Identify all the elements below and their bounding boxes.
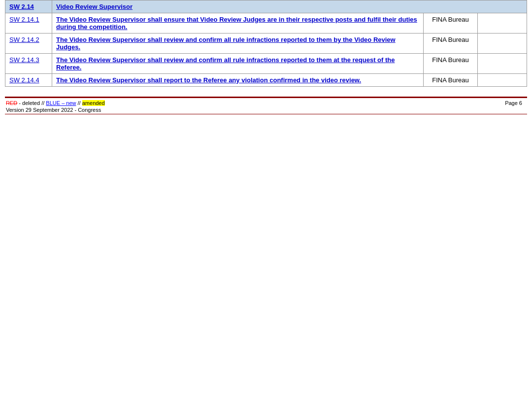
amended-label: amended xyxy=(82,100,105,106)
deleted-label: RED xyxy=(6,100,17,106)
note-cell xyxy=(478,54,527,74)
rule-num-cell[interactable]: SW 2.14.3 xyxy=(5,54,52,74)
note-cell xyxy=(478,13,527,34)
rule-num-cell[interactable]: SW 2.14 xyxy=(5,0,52,13)
rule-num-link[interactable]: SW 2.14.1 xyxy=(9,16,39,23)
rule-num-link[interactable]: SW 2.14.2 xyxy=(9,36,39,43)
rule-num-link[interactable]: SW 2.14 xyxy=(9,3,34,10)
rule-text-cell: The Video Review Supervisor shall review… xyxy=(52,34,424,54)
rule-num-cell[interactable]: SW 2.14.1 xyxy=(5,13,52,34)
footer-legend: RED - deleted // BLUE – new // amended xyxy=(6,100,105,106)
page-footer: RED - deleted // BLUE – new // amended P… xyxy=(5,97,527,114)
top-rules-table: SW 2.14 Video Review Supervisor SW 2.14.… xyxy=(5,0,527,87)
rule-num-link[interactable]: SW 2.14.4 xyxy=(9,76,39,84)
rule-text-link[interactable]: The Video Review Supervisor shall review… xyxy=(56,56,395,71)
submitted-by-cell: FINA Bureau xyxy=(424,34,478,54)
footer-version: Version 29 September 2022 - Congress xyxy=(6,107,101,113)
note-cell xyxy=(478,34,527,54)
new-label: BLUE – new xyxy=(46,100,76,106)
submitted-by-cell: FINA Bureau xyxy=(424,74,478,87)
submitted-by-cell: FINA Bureau xyxy=(424,54,478,74)
rule-header-text: Video Review Supervisor xyxy=(52,0,527,13)
rule-text-cell: The Video Review Supervisor shall report… xyxy=(52,74,424,87)
rule-header-link[interactable]: Video Review Supervisor xyxy=(56,3,133,10)
rule-text-link[interactable]: The Video Review Supervisor shall report… xyxy=(56,76,361,84)
rule-text-link[interactable]: The Video Review Supervisor shall review… xyxy=(56,36,396,51)
rule-num-cell[interactable]: SW 2.14.2 xyxy=(5,34,52,54)
submitted-by-cell: FINA Bureau xyxy=(424,13,478,34)
note-cell xyxy=(478,74,527,87)
rule-text-link[interactable]: The Video Review Supervisor shall ensure… xyxy=(56,16,417,31)
rule-num-cell[interactable]: SW 2.14.4 xyxy=(5,74,52,87)
rule-text-cell: The Video Review Supervisor shall review… xyxy=(52,54,424,74)
page-number: Page 6 xyxy=(505,100,526,106)
rule-num-link[interactable]: SW 2.14.3 xyxy=(9,56,39,64)
rule-text-cell: The Video Review Supervisor shall ensure… xyxy=(52,13,424,34)
